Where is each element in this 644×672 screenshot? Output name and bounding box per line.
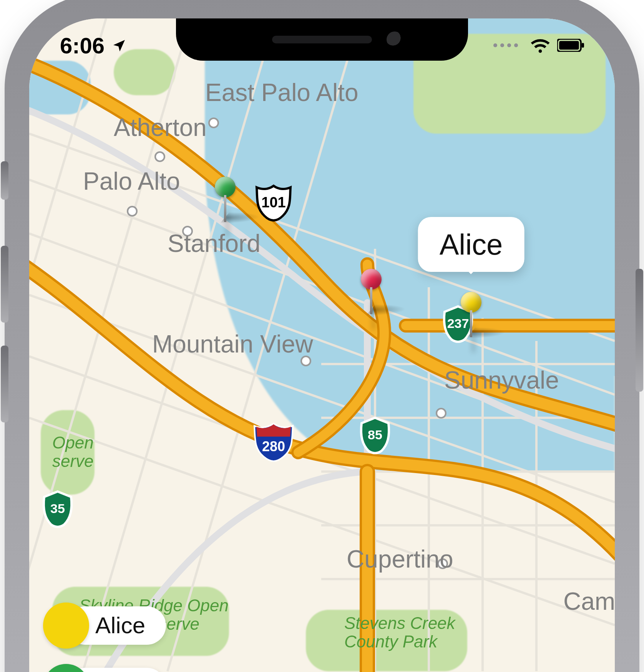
legend-swatch-icon: [43, 602, 89, 649]
map-park: [41, 410, 95, 495]
svg-text:35: 35: [50, 501, 65, 516]
svg-rect-1: [559, 41, 579, 50]
pin-head-icon: [461, 292, 481, 313]
svg-rect-2: [582, 43, 584, 48]
notch: [176, 18, 468, 61]
svg-text:280: 280: [262, 439, 285, 454]
map-park: [306, 610, 467, 671]
mute-switch[interactable]: [1, 161, 8, 200]
highway-shield-ca-35: 35: [40, 490, 75, 528]
battery-icon: [557, 39, 584, 52]
page-indicator-icon: [493, 43, 518, 47]
svg-text:85: 85: [368, 427, 382, 442]
highway-shield-ca-85: 85: [358, 416, 392, 455]
speaker-grille: [272, 36, 372, 43]
pin-needle: [224, 195, 226, 222]
wifi-icon: [530, 38, 550, 53]
map-callout[interactable]: Alice: [418, 217, 524, 272]
highway-shield-i-280: 280: [252, 421, 295, 463]
legend-item-bob[interactable]: Bob: [43, 664, 175, 672]
map-pin-john[interactable]: [361, 269, 382, 314]
pin-head-icon: [361, 269, 382, 290]
legend: Alice Bob Serge John: [43, 602, 175, 672]
legend-swatch-icon: [43, 664, 89, 672]
pin-needle: [470, 310, 472, 337]
front-camera: [387, 31, 403, 48]
screen: 6:06: [29, 18, 615, 672]
pin-head-icon: [215, 177, 236, 197]
pin-needle: [370, 287, 372, 314]
location-services-icon: [111, 33, 127, 58]
volume-up-button[interactable]: [1, 246, 8, 323]
svg-text:101: 101: [261, 194, 285, 210]
volume-down-button[interactable]: [1, 346, 8, 422]
map-pin-alice[interactable]: [461, 292, 481, 337]
phone-frame: 6:06: [11, 0, 633, 672]
clock: 6:06: [60, 33, 105, 58]
map-view[interactable]: East Palo AltoAthertonPalo AltoStanfordM…: [29, 18, 615, 672]
power-button[interactable]: [636, 269, 643, 392]
legend-item-alice[interactable]: Alice: [43, 602, 175, 649]
map-pin-bob[interactable]: [215, 177, 236, 222]
